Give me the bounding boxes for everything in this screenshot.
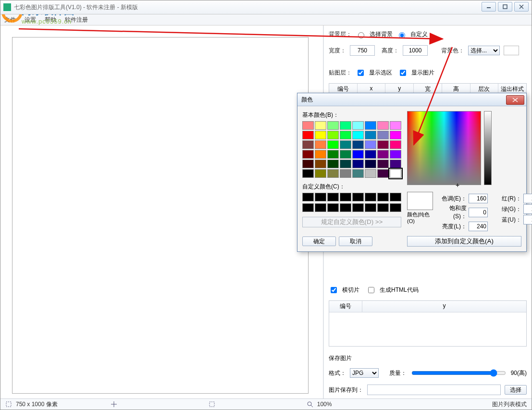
basic-color-swatch[interactable]: [377, 140, 389, 149]
menu-register[interactable]: 软件注册: [65, 16, 88, 24]
basic-color-swatch[interactable]: [327, 169, 339, 178]
basic-color-swatch[interactable]: [340, 140, 351, 149]
color-dialog-close[interactable]: [506, 95, 524, 105]
custom-swatch[interactable]: [302, 193, 314, 201]
basic-color-swatch[interactable]: [377, 150, 389, 159]
basic-color-swatch[interactable]: [352, 140, 364, 149]
basic-color-swatch[interactable]: [365, 160, 376, 168]
basic-color-swatch[interactable]: [327, 160, 339, 168]
basic-color-swatch[interactable]: [340, 150, 351, 159]
basic-color-swatch[interactable]: [315, 160, 326, 168]
hue-input[interactable]: [469, 194, 488, 203]
maximize-button[interactable]: [498, 2, 512, 12]
luminance-bar[interactable]: [484, 111, 492, 185]
add-custom-button[interactable]: 添加到自定义颜色(A): [407, 236, 521, 247]
paste-layer-label: 贴图层：: [329, 69, 352, 77]
basic-color-swatch[interactable]: [352, 131, 364, 139]
basic-color-swatch[interactable]: [302, 131, 314, 139]
basic-colors-label: 基本颜色(B)：: [302, 111, 401, 119]
ok-button[interactable]: 确定: [302, 236, 336, 246]
green-input[interactable]: [523, 204, 532, 214]
basic-color-swatch[interactable]: [365, 150, 376, 159]
basic-color-swatch[interactable]: [365, 131, 376, 139]
basic-color-swatch[interactable]: [377, 121, 389, 130]
basic-color-swatch[interactable]: [390, 150, 401, 159]
basic-color-swatch[interactable]: [390, 169, 401, 178]
basic-color-swatch[interactable]: [352, 121, 364, 130]
basic-color-swatch[interactable]: [390, 140, 401, 149]
menu-settings[interactable]: 设置: [25, 16, 36, 24]
red-input[interactable]: [523, 194, 532, 203]
basic-color-swatch[interactable]: [352, 169, 364, 178]
save-path-input[interactable]: [367, 385, 501, 395]
width-input[interactable]: [350, 45, 375, 56]
bgcolor-select[interactable]: 选择...: [468, 46, 500, 55]
custom-radio[interactable]: [399, 32, 405, 38]
slice-grid[interactable]: 编号 y: [329, 300, 527, 347]
window-title: 七彩色图片排版工具(V1.0) - 软件未注册 - 新模版: [14, 3, 138, 12]
basic-color-swatch[interactable]: [315, 121, 326, 130]
menu-file[interactable]: 文件: [4, 16, 16, 24]
format-select[interactable]: JPG: [350, 368, 379, 378]
close-button[interactable]: [514, 2, 529, 12]
basic-color-swatch[interactable]: [390, 160, 401, 168]
basic-color-swatch[interactable]: [327, 140, 339, 149]
menu-help[interactable]: 帮助: [45, 16, 56, 24]
blue-input[interactable]: [523, 215, 532, 224]
minimize-button[interactable]: [482, 2, 496, 12]
svg-rect-4: [503, 5, 507, 9]
bgcolor-swatch: [504, 46, 519, 55]
height-input[interactable]: [403, 45, 428, 56]
lum-input[interactable]: [469, 222, 488, 231]
basic-color-swatch[interactable]: [315, 140, 326, 149]
basic-color-swatch[interactable]: [315, 131, 326, 139]
browse-button[interactable]: 选择: [505, 385, 527, 395]
basic-color-swatch[interactable]: [377, 169, 389, 178]
basic-color-swatch[interactable]: [302, 160, 314, 168]
save-to-label: 图片保存到：: [329, 386, 363, 394]
custom-colors-label: 自定义颜色(C)：: [302, 183, 401, 191]
gen-html-check[interactable]: [368, 287, 374, 293]
basic-color-swatch[interactable]: [340, 169, 351, 178]
crop-icon: [5, 401, 12, 408]
basic-color-swatch[interactable]: [352, 150, 364, 159]
select-bg-radio[interactable]: [358, 32, 364, 38]
canvas[interactable]: [12, 37, 309, 394]
cancel-button[interactable]: 取消: [339, 236, 372, 246]
basic-color-swatch[interactable]: [365, 121, 376, 130]
show-selection-check[interactable]: [358, 70, 364, 76]
show-image-label: 显示图片: [411, 69, 434, 77]
h-slice-check[interactable]: [331, 287, 337, 293]
h-slice-label: 横切片: [342, 286, 359, 294]
show-image-check[interactable]: [400, 70, 406, 76]
width-label: 宽度：: [329, 47, 346, 55]
svg-rect-2: [3, 3, 11, 11]
zoom-icon: [307, 401, 313, 408]
basic-color-swatch[interactable]: [390, 131, 401, 139]
quality-value: 90(高): [511, 369, 527, 377]
basic-color-swatch[interactable]: [327, 150, 339, 159]
basic-color-swatch[interactable]: [302, 140, 314, 149]
basic-color-swatch[interactable]: [327, 121, 339, 130]
basic-color-swatch[interactable]: [340, 121, 351, 130]
basic-color-swatch[interactable]: [315, 169, 326, 178]
basic-color-swatch[interactable]: [302, 150, 314, 159]
color-field[interactable]: +: [407, 111, 481, 185]
basic-color-swatch[interactable]: [365, 140, 376, 149]
basic-color-swatch[interactable]: [340, 131, 351, 139]
basic-color-swatch[interactable]: [327, 131, 339, 139]
basic-color-swatch[interactable]: [340, 160, 351, 168]
basic-color-swatch[interactable]: [377, 160, 389, 168]
sat-input[interactable]: [469, 208, 488, 217]
svg-rect-14: [210, 402, 214, 407]
basic-color-swatch[interactable]: [352, 160, 364, 168]
basic-color-swatch[interactable]: [390, 121, 401, 130]
basic-color-swatch[interactable]: [377, 131, 389, 139]
basic-color-swatch[interactable]: [302, 121, 314, 130]
quality-slider[interactable]: [411, 369, 506, 377]
format-label: 格式：: [329, 369, 346, 377]
basic-color-swatch[interactable]: [365, 169, 376, 178]
basic-color-swatch[interactable]: [315, 150, 326, 159]
basic-color-swatch[interactable]: [302, 169, 314, 178]
titlebar: 七彩色图片排版工具(V1.0) - 软件未注册 - 新模版: [0, 0, 532, 14]
